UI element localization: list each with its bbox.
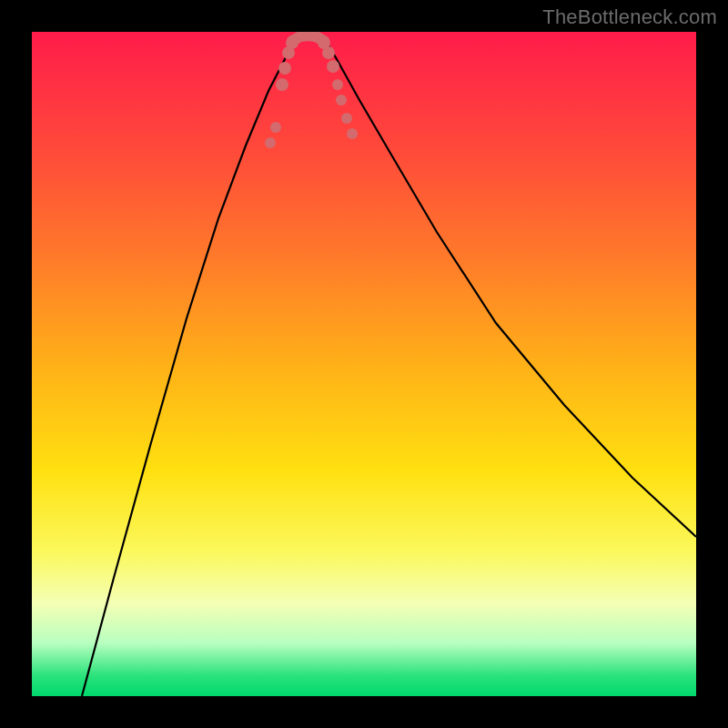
- data-dot: [265, 137, 276, 148]
- data-dot: [332, 79, 343, 90]
- left-curve: [82, 36, 296, 696]
- data-dot: [341, 113, 352, 124]
- watermark-text: TheBottleneck.com: [542, 5, 717, 29]
- data-dot: [327, 60, 339, 73]
- chart-stage: TheBottleneck.com: [0, 0, 728, 728]
- dots-left: [265, 36, 298, 148]
- data-dot: [270, 122, 281, 133]
- right-curve: [323, 36, 696, 537]
- data-dot: [276, 78, 288, 91]
- curves-svg: [32, 32, 696, 696]
- data-dot: [322, 46, 335, 59]
- data-dot: [336, 95, 347, 106]
- plot-area: [32, 32, 696, 696]
- data-dot: [286, 36, 298, 49]
- data-dot: [278, 62, 291, 75]
- data-dot: [347, 128, 358, 139]
